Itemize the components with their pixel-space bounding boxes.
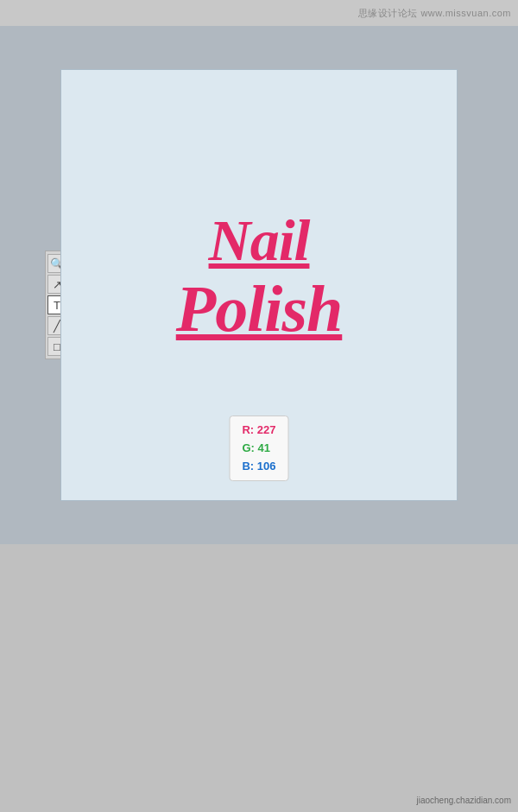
text-nail: Nail bbox=[61, 208, 457, 273]
color-b-value: B: 106 bbox=[242, 458, 275, 476]
bottom-panel: ◇ Character ◁ ▷ × ≡ 🔍 ▼ bbox=[0, 544, 518, 812]
color-info-box: R: 227 G: 41 B: 106 bbox=[229, 416, 288, 481]
color-g-value: G: 41 bbox=[242, 440, 275, 458]
nail-polish-text: Nail Polish bbox=[61, 208, 457, 345]
color-r-value: R: 227 bbox=[242, 422, 275, 440]
canvas-area: 🔍 ↗ T ╱ □ Nail Polish R: 227 G: 41 B: 10… bbox=[0, 26, 518, 544]
nail-polish-text-container: Nail Polish bbox=[61, 208, 457, 345]
watermark-top: 思缘设计论坛 www.missvuan.com bbox=[358, 7, 511, 20]
canvas-document: Nail Polish R: 227 G: 41 B: 106 bbox=[60, 69, 458, 501]
watermark-bottom: jiaocheng.chazidian.com bbox=[416, 796, 511, 805]
text-polish: Polish bbox=[61, 273, 457, 346]
